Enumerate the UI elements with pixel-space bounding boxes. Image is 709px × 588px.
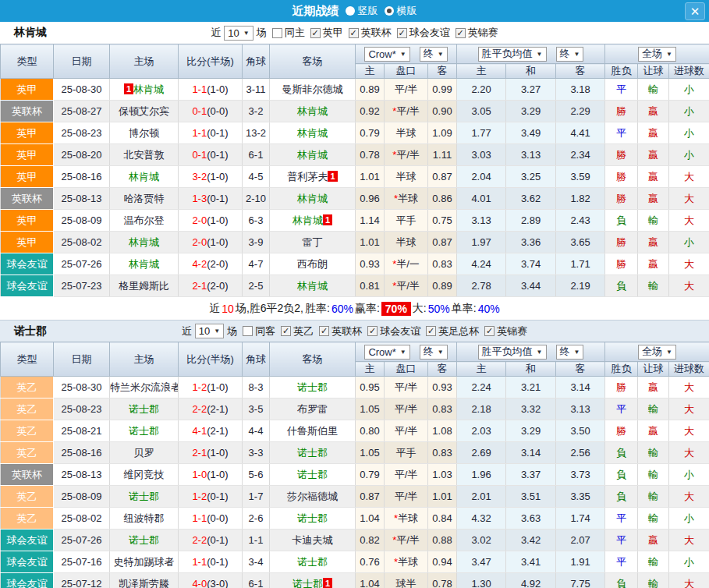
result-handicap: 輸	[638, 551, 669, 573]
odds-home: 0.79	[356, 464, 385, 486]
same-venue-checkbox[interactable]: 同主	[267, 26, 305, 40]
team-label: 史特加踢球者	[114, 556, 175, 568]
avg-away-odds: 3.14	[556, 377, 605, 398]
result-label: 大	[684, 280, 694, 292]
odds-source-select[interactable]: Crow* ▼	[364, 47, 409, 62]
avg-away-odds: 1.74	[556, 508, 605, 530]
odds-home: 0.78	[356, 144, 385, 166]
odds-away: 0.78	[428, 573, 457, 588]
match-row: 英甲25-08-20北安普敦0-1(0-1)6-1林肯城0.78*平/半1.11…	[1, 144, 709, 166]
checkbox-checked-icon: ✓	[319, 326, 329, 336]
odds-home: 0.89	[356, 79, 385, 101]
result-goals: 大	[669, 377, 709, 398]
match-count-select[interactable]: 10 ▼	[224, 26, 253, 41]
league-checkbox[interactable]: ✓英锦赛	[450, 26, 498, 40]
layout-horizontal-radio[interactable]: 横版	[385, 4, 417, 18]
odds-handicap: *平/半	[385, 101, 428, 122]
odds-away: 0.88	[428, 530, 457, 551]
odds-time-select[interactable]: 终 ▼	[420, 345, 448, 360]
team-label: 格里姆斯比	[119, 280, 169, 292]
result-outcome: 勝	[605, 144, 638, 166]
odds-home: 0.80	[356, 420, 385, 442]
league-checkbox[interactable]: ✓球会友谊	[362, 324, 420, 338]
result-label: 贏	[648, 105, 658, 117]
league-type-badge: 英乙	[1, 508, 54, 530]
team-label: 纽波特郡	[124, 512, 165, 524]
avg-home-odds: 3.47	[457, 551, 506, 573]
fulltime-score: 2-2	[192, 403, 207, 415]
corner-count: 8-3	[243, 377, 270, 398]
away-team: 什鲁斯伯里	[270, 420, 356, 442]
fulltime-score: 2-0	[192, 236, 207, 248]
league-checkbox[interactable]: ✓球会友谊	[392, 26, 450, 40]
team-label: 诺士郡	[297, 469, 328, 480]
period-select[interactable]: 全场 ▼	[638, 345, 676, 360]
league-label: 英乙	[293, 324, 314, 338]
odds-handicap: *半球	[385, 551, 428, 573]
league-checkbox[interactable]: ✓英甲	[305, 26, 343, 40]
odds-time-select[interactable]: 终 ▼	[420, 47, 448, 62]
avg-time-select[interactable]: 终 ▼	[556, 47, 584, 62]
result-label: 輸	[648, 403, 658, 415]
avg-odds-select[interactable]: 胜平负均值 ▼	[478, 47, 547, 62]
match-row: 英乙25-08-21诺士郡4-1(2-1)4-4什鲁斯伯里0.80平/半1.08…	[1, 420, 709, 442]
checkbox-icon	[272, 28, 282, 38]
odds-handicap: *平/半	[385, 530, 428, 551]
chevron-down-icon: ▼	[666, 51, 672, 58]
odds-home: 0.87	[356, 486, 385, 508]
match-row: 英乙25-08-30特兰米尔流浪者1-2(1-0)8-3诺士郡0.95平/半0.…	[1, 377, 709, 398]
result-label: 勝	[616, 171, 626, 182]
same-venue-checkbox[interactable]: 同客	[237, 324, 275, 338]
layout-vertical-radio[interactable]: 竖版	[346, 4, 378, 18]
corner-count: 4-7	[243, 253, 270, 275]
team-label: 温布尔登	[124, 214, 165, 226]
away-team: 林肯城	[270, 101, 356, 122]
league-type-badge: 英联杯	[1, 464, 54, 486]
league-checkbox[interactable]: ✓英乙	[275, 324, 314, 338]
chevron-down-icon: ▼	[537, 51, 543, 58]
halftime-score: (1-0)	[207, 469, 228, 480]
odds-home: 0.92	[356, 101, 385, 122]
result-label: 輸	[648, 280, 658, 292]
avg-odds-select[interactable]: 胜平负均值 ▼	[478, 345, 547, 360]
match-row: 球会友谊25-07-12凯泽斯劳滕4-0(3-0)6-1诺士郡11.04球半0.…	[1, 573, 709, 588]
avg-draw-odds: 3.74	[506, 253, 556, 275]
avg-draw-odds: 3.27	[506, 79, 556, 101]
result-outcome: 平	[605, 551, 638, 573]
home-team: 诺士郡	[110, 420, 179, 442]
close-icon: ✕	[690, 5, 700, 18]
home-team: 博尔顿	[110, 122, 179, 144]
period-select[interactable]: 全场 ▼	[638, 47, 676, 62]
odds-away: 0.94	[428, 551, 457, 573]
odds-away: 0.84	[428, 508, 457, 530]
result-goals: 小	[669, 551, 709, 573]
result-label: 負	[616, 491, 626, 502]
corner-count: 1-1	[243, 530, 270, 551]
avg-home-odds: 2.01	[457, 486, 506, 508]
avg-draw-odds: 3.41	[506, 551, 556, 573]
odds-source-select[interactable]: Crow* ▼	[364, 345, 409, 360]
league-checkbox[interactable]: ✓英锦赛	[479, 324, 527, 338]
odds-away: 1.03	[428, 464, 457, 486]
away-team: 林肯城1	[270, 210, 356, 232]
result-handicap: 贏	[638, 232, 669, 253]
league-type-badge: 英甲	[1, 122, 54, 144]
close-button[interactable]: ✕	[685, 2, 705, 20]
avg-time-select[interactable]: 终 ▼	[556, 345, 584, 360]
checkbox-checked-icon: ✓	[397, 28, 407, 38]
match-count-select[interactable]: 10 ▼	[195, 324, 224, 338]
league-checkbox[interactable]: ✓英联杯	[314, 324, 362, 338]
result-outcome: 勝	[605, 232, 638, 253]
avg-draw-odds: 3.42	[506, 530, 556, 551]
result-outcome: 負	[605, 486, 638, 508]
team-label: 莎尔福德城	[287, 491, 338, 502]
league-checkbox[interactable]: ✓英足总杯	[420, 324, 479, 338]
result-outcome: 平	[605, 398, 638, 420]
avg-draw-odds: 3.21	[506, 377, 556, 398]
team-label: 北安普敦	[124, 149, 165, 161]
avg-draw-odds: 4.92	[506, 573, 556, 588]
corner-count: 3-3	[243, 442, 270, 464]
fulltime-score: 3-2	[192, 171, 207, 182]
avg-draw-odds: 3.37	[506, 464, 556, 486]
league-checkbox[interactable]: ✓英联杯	[343, 26, 392, 40]
